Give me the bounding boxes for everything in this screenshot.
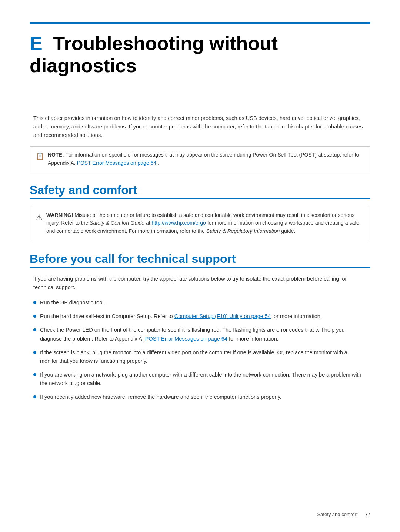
bullet-dot	[33, 395, 36, 398]
list-item: If you recently added new hardware, remo…	[33, 393, 367, 401]
top-border	[30, 22, 370, 24]
warning-text-end: guide.	[281, 228, 295, 234]
bullet-dot	[33, 373, 36, 376]
bullet-dot	[33, 328, 36, 331]
post-error-link-bullet[interactable]: POST Error Messages on page 64	[145, 336, 227, 342]
chapter-letter: E	[30, 33, 43, 54]
note-label: NOTE:	[48, 152, 64, 158]
bullet-text-6: If you recently added new hardware, remo…	[40, 393, 281, 401]
bullet-list: Run the HP diagnostic tool. Run the hard…	[30, 298, 370, 402]
list-item: Run the hard drive self-test in Computer…	[33, 312, 367, 321]
bullet-dot	[33, 315, 36, 318]
intro-paragraph: This chapter provides information on how…	[30, 114, 370, 140]
bullet-text-4: If the screen is blank, plug the monitor…	[40, 348, 367, 365]
bullet-dot	[33, 301, 36, 304]
page-footer: Safety and comfort 77	[317, 512, 370, 517]
warning-italic1: Safety & Comfort Guide	[90, 220, 144, 226]
warning-box: ⚠ WARNING! Misuse of the computer or fai…	[30, 206, 370, 241]
note-link-end: .	[158, 160, 159, 166]
chapter-title: E Troubleshooting without diagnostics	[30, 33, 370, 77]
section2-title: Before you call for technical support	[30, 252, 370, 268]
list-item: Run the HP diagnostic tool.	[33, 298, 367, 307]
list-item: If you are working on a network, plug an…	[33, 371, 367, 388]
note-icon: 📋	[36, 151, 44, 162]
section2-intro: If you are having problems with the comp…	[30, 275, 370, 292]
chapter-title-text: Troubleshooting without diagnostics	[30, 33, 278, 76]
computer-setup-link[interactable]: Computer Setup (F10) Utility on page 54	[174, 313, 271, 319]
bullet-text-3: Check the Power LED on the front of the …	[40, 326, 367, 343]
hp-ergo-link[interactable]: http://www.hp.com/ergo	[152, 220, 206, 226]
footer-section-label: Safety and comfort	[317, 512, 357, 517]
page: E Troubleshooting without diagnostics Th…	[0, 0, 400, 532]
post-error-link-note[interactable]: POST Error Messages on page 64	[77, 160, 157, 166]
section1-title: Safety and comfort	[30, 183, 370, 199]
note-box: 📋 NOTE: For information on specific erro…	[30, 146, 370, 172]
warning-italic2: Safety & Regulatory Information	[206, 228, 280, 234]
list-item: If the screen is blank, plug the monitor…	[33, 348, 367, 365]
warning-content: WARNING! Misuse of the computer or failu…	[46, 211, 364, 235]
bullet-text-2: Run the hard drive self-test in Computer…	[40, 312, 322, 321]
list-item: Check the Power LED on the front of the …	[33, 326, 367, 343]
footer-page-number: 77	[365, 512, 370, 517]
warning-icon: ⚠	[36, 212, 43, 223]
warning-label: WARNING!	[46, 212, 73, 218]
bullet-text-1: Run the HP diagnostic tool.	[40, 298, 105, 307]
bullet-dot	[33, 351, 36, 354]
warning-text-middle: at	[146, 220, 152, 226]
bullet-text-5: If you are working on a network, plug an…	[40, 371, 367, 388]
note-content: NOTE: For information on specific error …	[48, 151, 364, 167]
